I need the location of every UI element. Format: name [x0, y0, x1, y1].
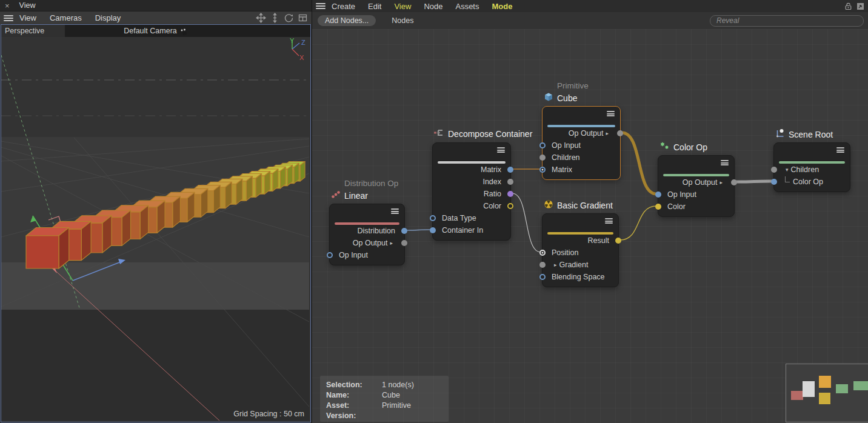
port-children[interactable]: [539, 155, 546, 161]
viewport-canvas[interactable]: YZX: [1, 37, 309, 421]
port-label: Index: [482, 178, 501, 186]
port-op-output[interactable]: [401, 240, 407, 246]
port-result[interactable]: [615, 238, 621, 244]
port-op-output[interactable]: [731, 179, 737, 185]
port-position[interactable]: [539, 250, 546, 256]
port-label: Matrix: [481, 165, 501, 174]
port-op-input[interactable]: [655, 192, 661, 198]
port-row-children: Children: [542, 152, 620, 164]
node-sceneroot[interactable]: ▾ChildrenColor Op: [773, 142, 850, 192]
port-label: Color: [667, 202, 686, 211]
info-value: Primitive: [382, 401, 411, 411]
expand-icon[interactable]: ▸: [390, 240, 393, 246]
port-data-type[interactable]: [430, 215, 436, 221]
minimap-node: [803, 381, 815, 397]
gears-icon: [659, 141, 670, 153]
node-title-row-linear[interactable]: Linear: [331, 190, 368, 201]
menu-view[interactable]: View: [394, 2, 411, 11]
wire[interactable]: [406, 230, 431, 230]
node-title-row-cube[interactable]: Cube: [544, 92, 577, 104]
node-accent-line: [779, 161, 845, 164]
node-accent-line: [547, 232, 613, 235]
menu-icon[interactable]: [4, 15, 13, 21]
minimap[interactable]: [786, 364, 868, 422]
node-title-row-gradient[interactable]: Basic Gradient: [544, 199, 613, 211]
wire[interactable]: [512, 193, 541, 252]
port-label: Children: [791, 165, 820, 174]
menu-mode[interactable]: Mode: [492, 2, 512, 11]
port-op-input[interactable]: [327, 252, 333, 258]
port-color[interactable]: [507, 203, 513, 209]
port-matrix[interactable]: [539, 167, 546, 173]
info-value: Cube: [382, 390, 400, 401]
port-row-gradient: ▸Gradient: [542, 259, 618, 271]
port-color[interactable]: [655, 204, 661, 210]
port-label: Children: [552, 153, 580, 162]
move-icon[interactable]: [256, 13, 266, 23]
port-blending-space[interactable]: [539, 274, 546, 280]
port-row-index: Index: [433, 176, 510, 188]
menu-create[interactable]: Create: [332, 2, 355, 11]
dolly-icon[interactable]: [270, 13, 280, 23]
node-cube[interactable]: Op Output▸Op InputChildrenMatrix: [542, 106, 621, 180]
node-title-row-decompose[interactable]: Decompose Container: [434, 128, 532, 139]
port-index[interactable]: [507, 179, 513, 185]
lock-icon[interactable]: [844, 2, 853, 11]
add-nodes-button[interactable]: Add Nodes...: [318, 15, 376, 26]
node-menu-icon[interactable]: [391, 208, 399, 214]
expand-icon[interactable]: ▾: [786, 167, 789, 173]
port-gradient[interactable]: [539, 262, 546, 268]
node-editor-toolbar: Add Nodes... Nodes: [312, 12, 868, 30]
node-gradient[interactable]: ResultPosition▸GradientBlending Space: [542, 213, 619, 287]
info-label: Version:: [326, 411, 382, 421]
menu-assets[interactable]: Assets: [455, 2, 479, 11]
node-menu-icon[interactable]: [836, 147, 844, 153]
gradient-icon: [544, 199, 553, 211]
port-label: Ratio: [484, 190, 501, 198]
port-row-op-input: Op Input: [542, 139, 620, 152]
viewport-panel: × View View Cameras Display Perspective …: [0, 0, 312, 423]
tab-nodes[interactable]: Nodes: [392, 16, 413, 25]
decompose-icon: [434, 128, 444, 139]
wire[interactable]: [736, 181, 772, 182]
node-menu-icon[interactable]: [497, 147, 505, 153]
menu-cameras[interactable]: Cameras: [50, 13, 82, 22]
close-icon[interactable]: ×: [5, 2, 10, 10]
node-decompose[interactable]: MatrixIndexRatioColorData TypeContainer …: [432, 142, 511, 241]
node-menu-icon[interactable]: [607, 111, 615, 116]
port-ratio[interactable]: [507, 191, 513, 197]
node-menu-icon[interactable]: [721, 160, 729, 165]
menu-edit[interactable]: Edit: [368, 2, 381, 11]
node-linear[interactable]: DistributionOp Output▸Op Input: [329, 204, 405, 265]
port-distribution[interactable]: [401, 228, 407, 234]
viewport[interactable]: Perspective Default Camera YZX Grid Spac…: [1, 24, 311, 422]
expand-icon[interactable]: ▸: [719, 179, 723, 185]
menu-view[interactable]: View: [19, 13, 36, 22]
menu-display[interactable]: Display: [95, 13, 121, 22]
port-children[interactable]: [771, 167, 777, 173]
wire[interactable]: [620, 206, 656, 240]
node-title-row-colorop[interactable]: Color Op: [659, 141, 707, 153]
expand-icon[interactable]: ▸: [606, 130, 609, 136]
pane-icon[interactable]: [298, 13, 308, 23]
port-container-in[interactable]: [430, 227, 436, 233]
reveal-search-input[interactable]: [710, 15, 864, 27]
port-matrix[interactable]: [507, 167, 513, 173]
menu-icon[interactable]: [316, 3, 326, 9]
port-op-input[interactable]: [539, 142, 546, 148]
expand-icon[interactable]: ▸: [554, 262, 557, 268]
rotate-icon[interactable]: [284, 13, 294, 23]
node-accent-line: [547, 125, 615, 127]
camera-label[interactable]: Default Camera: [1, 25, 310, 37]
port-color-op[interactable]: [771, 179, 777, 185]
wire[interactable]: [622, 133, 656, 194]
port-op-output[interactable]: [617, 130, 623, 136]
menu-node[interactable]: Node: [424, 2, 442, 11]
port-label: Op Input: [339, 251, 368, 259]
popout-icon[interactable]: [856, 2, 865, 11]
node-menu-icon[interactable]: [605, 218, 613, 224]
node-colorop[interactable]: Op Output▸Op InputColor: [658, 155, 735, 217]
node-graph[interactable]: Selection:1 node(s) Name:Cube Asset:Prim…: [312, 29, 868, 423]
port-label: Container In: [442, 226, 483, 235]
node-title-row-sceneroot[interactable]: Scene Root: [775, 128, 833, 140]
